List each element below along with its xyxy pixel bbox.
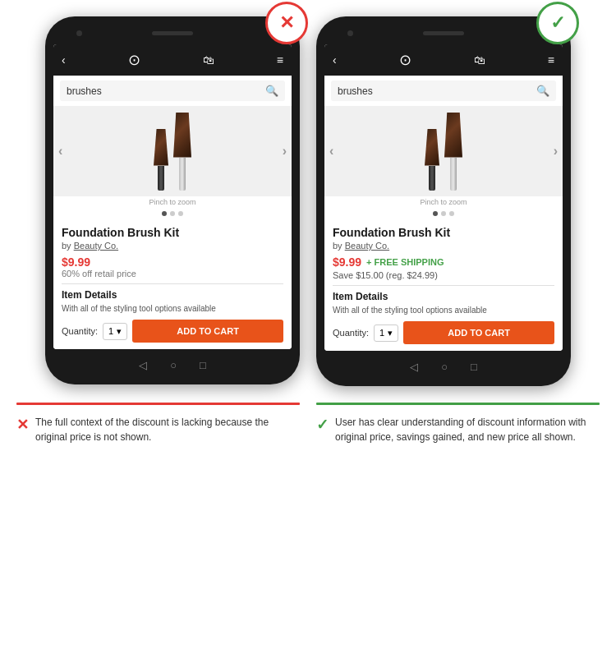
savings-text: Save $15.00 (reg. $24.99) <box>333 270 554 280</box>
quantity-select-2[interactable]: 1 ▾ <box>374 324 398 342</box>
app-logo-2: ⊙ <box>399 51 411 69</box>
price-2: $9.99 <box>333 255 361 269</box>
brush-head-3 <box>425 129 439 166</box>
product-brand: by Beauty Co. <box>62 241 283 251</box>
bad-phone-shell: ‹ ⊙ 🛍 ≡ brushes 🔍 ‹ <box>45 16 300 384</box>
quantity-cart-row: Quantity: 1 ▾ ADD TO CART <box>62 320 283 343</box>
dot-3-2 <box>449 211 454 216</box>
cart-icon-2[interactable]: 🛍 <box>474 53 485 67</box>
search-bar-2[interactable]: brushes 🔍 <box>331 81 556 101</box>
nav-back-icon-2[interactable]: ◁ <box>410 361 418 373</box>
item-details-text-2: With all of the styling tool options ava… <box>333 305 554 316</box>
nav-home-icon[interactable]: ○ <box>170 359 177 371</box>
phone-bottom-bar-2: ◁ ○ □ <box>324 357 563 376</box>
nav-square-icon-2[interactable]: □ <box>471 361 477 373</box>
add-to-cart-button-2[interactable]: ADD TO CART <box>403 321 554 344</box>
pinch-to-zoom: Pinch to zoom <box>53 196 292 208</box>
product-image-2: ‹ › <box>324 106 563 196</box>
app-logo: ⊙ <box>128 51 140 69</box>
product-title: Foundation Brush Kit <box>62 226 283 239</box>
quantity-label-2: Quantity: <box>333 328 369 338</box>
bad-badge: ✕ <box>265 2 308 44</box>
phone-speaker-2 <box>423 31 464 35</box>
good-label-icon: ✓ <box>316 416 329 434</box>
product-title-2: Foundation Brush Kit <box>333 226 554 239</box>
nav-home-icon-2[interactable]: ○ <box>441 361 448 373</box>
bad-label-section: ✕ The full context of the discount is la… <box>16 403 300 444</box>
brand-link[interactable]: Beauty Co. <box>74 241 118 251</box>
menu-icon[interactable]: ≡ <box>277 53 283 67</box>
carousel-dots <box>53 208 292 219</box>
carousel-right-arrow-2[interactable]: › <box>554 144 558 159</box>
back-icon-2[interactable]: ‹ <box>333 53 337 67</box>
brush-handle-4 <box>450 158 457 191</box>
cart-icon[interactable]: 🛍 <box>203 53 214 67</box>
bad-label-icon: ✕ <box>16 416 29 434</box>
bad-phone-screen: ‹ ⊙ 🛍 ≡ brushes 🔍 ‹ <box>53 44 292 349</box>
good-label-text: User has clear understanding of discount… <box>335 415 600 444</box>
search-text: brushes <box>67 85 265 97</box>
bad-phone-top-bar <box>53 26 292 39</box>
chevron-down-icon: ▾ <box>117 326 122 337</box>
item-details-text: With all of the styling tool options ava… <box>62 303 283 315</box>
quantity-select[interactable]: 1 ▾ <box>103 323 127 340</box>
carousel-right-arrow[interactable]: › <box>283 144 287 159</box>
brush-head-4 <box>444 113 462 158</box>
bad-label-text: The full context of the discount is lack… <box>35 415 300 444</box>
carousel-left-arrow-2[interactable]: ‹ <box>329 144 333 159</box>
brush-4 <box>444 113 462 191</box>
brush-image <box>154 113 191 191</box>
brush-2 <box>173 113 191 191</box>
nav-back-icon[interactable]: ◁ <box>139 359 147 371</box>
chevron-down-icon-2: ▾ <box>388 328 393 338</box>
back-icon[interactable]: ‹ <box>62 53 66 67</box>
search-bar[interactable]: brushes 🔍 <box>60 81 285 101</box>
good-badge: ✓ <box>536 2 579 44</box>
good-label-content: ✓ User has clear understanding of discou… <box>316 415 600 444</box>
search-text-2: brushes <box>338 85 536 97</box>
divider <box>62 283 283 284</box>
quantity-label: Quantity: <box>62 326 98 336</box>
price: $9.99 <box>62 255 283 269</box>
brush-1 <box>154 129 168 191</box>
good-phone-wrapper: ✓ ‹ ⊙ 🛍 ≡ brushes 🔍 <box>316 16 571 386</box>
phones-comparison: ✕ ‹ ⊙ 🛍 ≡ brushes 🔍 <box>8 16 608 386</box>
carousel-left-arrow[interactable]: ‹ <box>58 144 62 159</box>
good-phone-shell: ‹ ⊙ 🛍 ≡ brushes 🔍 ‹ <box>316 16 571 386</box>
brush-head-2 <box>173 113 191 158</box>
phone-camera-2 <box>347 30 353 36</box>
good-label-line <box>316 403 600 405</box>
item-details-label: Item Details <box>62 289 283 301</box>
price-row: $9.99 + FREE SHIPPING <box>333 255 554 269</box>
dot-3 <box>178 211 183 216</box>
product-info-bad: Foundation Brush Kit by Beauty Co. $9.99… <box>53 219 292 349</box>
phone-speaker <box>152 31 193 35</box>
dot-1 <box>162 211 167 216</box>
product-brand-2: by Beauty Co. <box>333 241 554 251</box>
app-header-2: ‹ ⊙ 🛍 ≡ <box>324 44 563 76</box>
carousel-dots-2 <box>324 208 563 219</box>
divider-2 <box>333 285 554 286</box>
dot-1-2 <box>433 211 438 216</box>
nav-square-icon[interactable]: □ <box>200 359 206 371</box>
brush-handle-1 <box>158 166 164 191</box>
free-shipping: + FREE SHIPPING <box>366 257 444 267</box>
dot-2 <box>170 211 175 216</box>
brush-handle-3 <box>429 166 435 191</box>
pinch-to-zoom-2: Pinch to zoom <box>324 196 563 208</box>
app-header: ‹ ⊙ 🛍 ≡ <box>53 44 292 76</box>
product-image: ‹ › <box>53 106 292 196</box>
good-phone-screen: ‹ ⊙ 🛍 ≡ brushes 🔍 ‹ <box>324 44 563 351</box>
quantity-cart-row-2: Quantity: 1 ▾ ADD TO CART <box>333 321 554 344</box>
brush-3 <box>425 129 439 191</box>
dot-2-2 <box>441 211 446 216</box>
menu-icon-2[interactable]: ≡ <box>548 53 554 67</box>
brush-head-1 <box>154 129 168 166</box>
good-phone-top-bar <box>324 26 563 39</box>
brand-link-2[interactable]: Beauty Co. <box>345 241 389 251</box>
bad-label-line <box>16 403 300 405</box>
add-to-cart-button[interactable]: ADD TO CART <box>132 320 283 343</box>
item-details-label-2: Item Details <box>333 291 554 302</box>
labels-row: ✕ The full context of the discount is la… <box>8 403 608 444</box>
price-sub: 60% off retail price <box>62 269 283 278</box>
